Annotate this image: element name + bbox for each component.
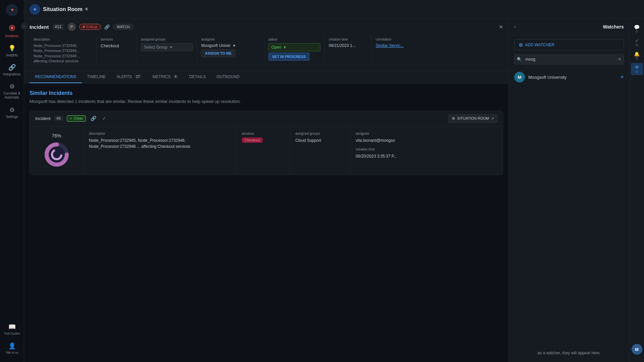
add-watcher-button[interactable]: ⊕ ADD WATCHER	[514, 39, 624, 50]
fields-row: description Node_Processor:2732945, Node…	[30, 35, 503, 67]
card-services-value: Checkout	[242, 137, 263, 143]
check-icon: ✓	[635, 38, 639, 43]
assignee-value: Moogsoft Univer	[201, 43, 230, 48]
sidebar: ✦ Incidents 💡 Insights 🔗 Integrations ⚙ …	[0, 0, 24, 362]
panel-toggle-button[interactable]: ‹	[514, 24, 516, 29]
assignee-row: Moogsoft Univer ▾	[201, 43, 260, 48]
tab-recommendations[interactable]: RECOMMENDATIONS	[30, 71, 82, 83]
situation-room-button[interactable]: ⚙ SITUATION ROOM ↗	[448, 114, 497, 123]
watch-button[interactable]: WATCH	[113, 24, 133, 30]
sidebar-label-incidents: Incidents	[5, 34, 18, 38]
svg-text:✦: ✦	[33, 7, 37, 12]
integrations-icon: 🔗	[8, 64, 16, 71]
right-sidebar-chat[interactable]: 💬 0	[631, 23, 643, 35]
card-groups-label: assigned groups	[296, 132, 345, 135]
watcher-result-item[interactable]: M Moogsoft University +	[509, 68, 629, 86]
sidebar-item-insights[interactable]: 💡 Insights	[0, 41, 24, 60]
card-groups-value: Cloud Support	[296, 137, 345, 143]
main-body: Similar Incidents Moogsoft has detected …	[24, 83, 508, 362]
assigned-groups-select[interactable]: Select Group ▾	[141, 43, 193, 51]
user-avatar[interactable]: M	[632, 344, 642, 355]
app-trademark: ®	[85, 7, 88, 11]
select-group-placeholder: Select Group	[144, 45, 167, 50]
watcher-add-button[interactable]: +	[620, 74, 624, 81]
app-name: Situation Room	[43, 6, 83, 12]
card-creation-value: 06/20/2023 3:35:37 P...	[356, 153, 498, 159]
tab-alerts[interactable]: ALERTS 17	[111, 71, 147, 83]
correlation-label: correlation	[376, 38, 415, 41]
card-field-description: description Node_Processor:2732945, Node…	[84, 126, 236, 175]
creation-time-label: creation time	[329, 38, 367, 41]
tab-timeline[interactable]: TIMELINE	[82, 71, 111, 83]
card-incident-number: #5	[54, 116, 63, 121]
card-creation-section: creation time 06/20/2023 3:35:37 P...	[356, 147, 498, 159]
sidebar-bottom: 📖 Trial Guides 👤 Talk to us	[0, 320, 24, 358]
creation-time-value: 06/21/2023 1...	[329, 43, 367, 48]
tab-outbound[interactable]: OUTBOUND	[211, 71, 245, 83]
sidebar-item-talk-to-us[interactable]: 👤 Talk to us	[0, 339, 24, 358]
card-desc-value: Node_Processor:2732945, Node_Processor:2…	[89, 137, 231, 149]
close-button[interactable]: ✕	[499, 24, 503, 30]
watcher-search-input[interactable]	[514, 54, 624, 64]
plus-icon: ⊕	[519, 42, 523, 48]
card-field-assignee: assignee vita.leonard@moogso creation ti…	[351, 126, 503, 175]
right-sidebar-bell[interactable]: 🔔 0	[631, 50, 643, 62]
add-watcher-label: ADD WATCHER	[525, 43, 554, 47]
sidebar-label-insights: Insights	[6, 53, 17, 57]
assign-to-me-button[interactable]: ASSIGN TO ME	[201, 49, 235, 57]
sidebar-label-trial-guides: Trial Guides	[4, 332, 20, 336]
watchers-panel: ‹ Watchers ⊕ ADD WATCHER 🔍 ✕ M Moogsoft …	[508, 19, 629, 362]
field-description: description Node_Processor:2732945, Node…	[30, 35, 97, 67]
card-check-button[interactable]: ✓	[101, 115, 108, 122]
status-select[interactable]: Open ▾	[268, 43, 320, 51]
sidebar-item-trial-guides[interactable]: 📖 Trial Guides	[0, 320, 24, 339]
set-in-progress-button[interactable]: SET IN PROGRESS	[268, 53, 310, 61]
tab-details[interactable]: DETAILS	[184, 71, 211, 83]
sidebar-label-settings: Settings	[6, 115, 18, 119]
check-count: 0	[636, 43, 638, 47]
right-sidebar-eye[interactable]: 👁 0	[631, 63, 643, 75]
assigned-groups-label: assigned groups	[141, 38, 193, 41]
card-incident-label: Incident	[35, 116, 51, 121]
content-area: Incident #11 P Critical 🔗 WATCH ✕ descri…	[24, 19, 644, 362]
chart-percent: 76%	[52, 133, 61, 138]
sidebar-item-incidents[interactable]: Incidents	[0, 21, 24, 41]
incident-header: Incident #11 P Critical 🔗 WATCH ✕ descri…	[24, 19, 508, 71]
trial-guides-icon: 📖	[8, 323, 16, 330]
similar-incidents-title: Similar Incidents	[30, 90, 503, 96]
talk-to-us-icon: 👤	[8, 342, 16, 350]
sidebar-item-correlate[interactable]: ⚙ Correlate &Automate	[0, 79, 24, 103]
watchers-title: Watchers	[603, 24, 624, 29]
chat-count: 0	[636, 30, 638, 33]
incidents-icon	[9, 24, 15, 33]
incident-card-body: 76% description Node_Processor:273	[30, 126, 503, 175]
card-desc-label: description	[89, 132, 231, 135]
card-link-button[interactable]: 🔗	[89, 115, 98, 122]
sidebar-item-settings[interactable]: ⚙ Settings	[0, 103, 24, 122]
correlation-value: Similar Servic...	[376, 43, 415, 48]
card-assignee-value: vita.leonard@moogso	[356, 137, 498, 143]
sidebar-label-talk-to-us: Talk to us	[5, 351, 18, 355]
watcher-name: Moogsoft University	[528, 75, 617, 80]
incident-card-header: Incident #5 ✓ Clear 🔗 ✓ ⚙ SITUATION ROOM…	[30, 111, 503, 126]
clear-checkmark: ✓	[70, 116, 73, 121]
situation-room-icon: ⚙	[452, 116, 455, 121]
card-chart: 76%	[30, 126, 84, 175]
right-sidebar-check[interactable]: ✓ 0	[631, 36, 643, 48]
logo-icon: ✦	[30, 4, 40, 15]
watchers-empty-text: as a watcher, they will appear here.	[509, 344, 629, 362]
similar-incidents-desc: Moogsoft has detected 1 incidents that a…	[30, 99, 503, 104]
tab-metrics[interactable]: METRICS 4	[147, 71, 184, 83]
right-sidebar: 💬 0 ✓ 0 🔔 0 👁 0 M	[629, 19, 644, 362]
search-clear-button[interactable]: ✕	[618, 57, 621, 62]
sidebar-item-integrations[interactable]: 🔗 Integrations	[0, 60, 24, 79]
incident-label: Incident	[30, 24, 49, 30]
eye-icon: 👁	[635, 65, 639, 70]
search-icon: 🔍	[517, 57, 522, 62]
status-chevron: ▾	[284, 45, 286, 50]
insights-icon: 💡	[8, 45, 16, 52]
clear-badge[interactable]: ✓ Clear	[67, 115, 86, 122]
bell-count: 0	[636, 57, 638, 60]
sidebar-collapse-button[interactable]: ›	[21, 23, 28, 29]
assignee-select[interactable]: Moogsoft Univer ▾	[201, 43, 235, 48]
